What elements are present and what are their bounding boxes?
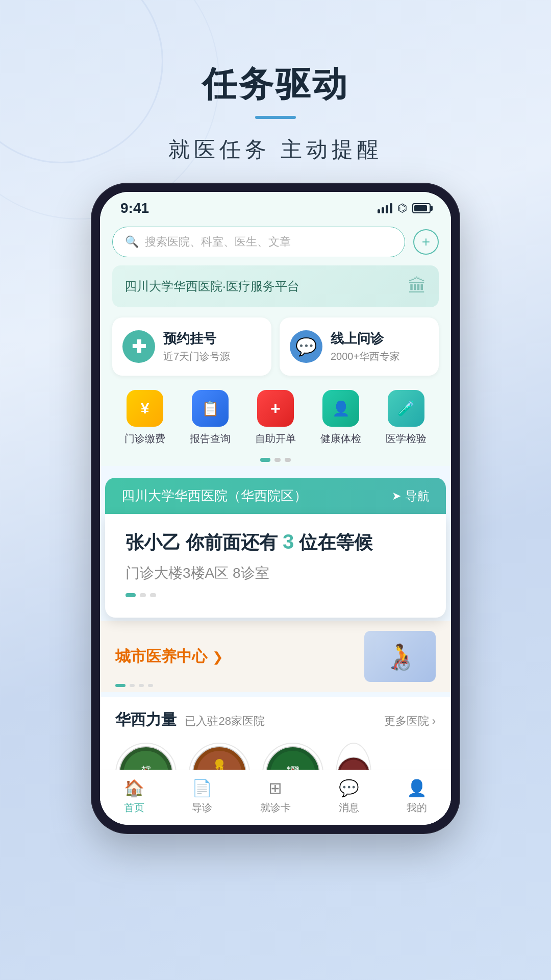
- service-item-report[interactable]: 📋 报告查询: [190, 390, 231, 446]
- appointment-icon: ✚: [122, 330, 155, 363]
- dots-indicator: [112, 454, 439, 466]
- task-nav-button[interactable]: ➤ 导航: [392, 488, 430, 504]
- search-icon: 🔍: [125, 235, 139, 249]
- service-label-checkup: 健康体检: [320, 432, 361, 446]
- city-medical-text: 城市医养中心 ❯: [115, 646, 223, 667]
- task-card-body: 张小乙 你前面还有 3 位在等候 门诊大楼3楼A区 8诊室: [105, 514, 446, 618]
- quick-actions-grid: ✚ 预约挂号 近7天门诊号源 💬 线上问诊 2000+华西: [112, 317, 439, 376]
- action-title-consultation: 线上问诊: [331, 330, 400, 348]
- task-notification-card: 四川大学华西医院（华西院区） ➤ 导航 张小乙 你前面还有 3 位在等候 门诊大…: [100, 478, 451, 618]
- status-bar: 9:41 ⌬: [100, 192, 451, 220]
- action-title-appointment: 预约挂号: [163, 330, 230, 348]
- action-card-text: 预约挂号 近7天门诊号源: [163, 330, 230, 363]
- guide-label: 导诊: [192, 801, 212, 815]
- hospital-section-title-group: 华西力量 已入驻28家医院: [115, 709, 265, 730]
- app-content: 🔍 搜索医院、科室、医生、文章 + 四川大学华西医院·医疗服务平台 🏛 ✚: [100, 220, 451, 466]
- task-hospital-name: 四川大学华西医院（华西院区）: [121, 487, 307, 505]
- hospital-section-title: 华西力量: [115, 711, 177, 728]
- city-dot-active: [115, 684, 126, 687]
- message-icon: 💬: [339, 778, 359, 798]
- hospital-banner[interactable]: 四川大学华西医院·医疗服务平台 🏛: [112, 265, 439, 307]
- task-dot-3: [150, 593, 156, 597]
- home-icon: 🏠: [124, 778, 144, 798]
- nav-item-card[interactable]: ⊞ 就诊卡: [260, 778, 291, 815]
- dot-3: [285, 458, 291, 462]
- phone-mockup: 9:41 ⌬: [92, 184, 459, 833]
- search-input-container[interactable]: 🔍 搜索医院、科室、医生、文章: [112, 227, 405, 257]
- action-sub-appointment: 近7天门诊号源: [163, 350, 230, 363]
- payment-icon: ¥: [127, 390, 163, 427]
- task-card-header: 四川大学华西医院（华西院区） ➤ 导航: [105, 478, 446, 514]
- status-icons: ⌬: [378, 202, 431, 215]
- task-location: 门诊大楼3楼A区 8诊室: [126, 564, 425, 583]
- navigation-icon: ➤: [392, 489, 401, 503]
- service-item-checkup[interactable]: 👤 健康体检: [320, 390, 361, 446]
- patient-name: 张小乙: [126, 532, 181, 553]
- service-icons-row: ¥ 门诊缴费 📋 报告查询 + 自助开单: [112, 386, 439, 454]
- status-time: 9:41: [120, 200, 149, 216]
- bottom-nav-items: 🏠 首页 📄 导诊 ⊞ 就诊卡 💬 消息: [100, 770, 451, 825]
- profile-icon: 👤: [407, 778, 427, 798]
- profile-label: 我的: [407, 801, 427, 815]
- battery-fill: [414, 205, 427, 211]
- city-dot-4: [148, 684, 153, 687]
- hospital-list-header: 华西力量 已入驻28家医院 更多医院 ›: [115, 709, 436, 730]
- search-bar: 🔍 搜索医院、科室、医生、文章 +: [112, 220, 439, 265]
- navigation-label: 导航: [405, 488, 430, 504]
- service-item-payment[interactable]: ¥ 门诊缴费: [124, 390, 165, 446]
- city-dot-3: [139, 684, 144, 687]
- service-label-selforder: 自助开单: [255, 432, 296, 446]
- task-dot-active: [126, 593, 136, 597]
- city-medical-dots: [115, 684, 153, 687]
- city-medical-image: 🧑‍🦽: [364, 631, 436, 682]
- report-icon: 📋: [192, 390, 229, 427]
- service-item-lab[interactable]: 🧪 医学检验: [386, 390, 427, 446]
- hospital-building-icon: 🏛: [408, 276, 427, 297]
- svg-point-9: [215, 759, 223, 767]
- city-medical-arrow: ❯: [212, 649, 223, 665]
- city-medical-title: 城市医养中心: [115, 648, 207, 665]
- selforder-icon: +: [257, 390, 294, 427]
- guide-icon: 📄: [192, 778, 212, 798]
- action-card-appointment[interactable]: ✚ 预约挂号 近7天门诊号源: [112, 317, 271, 376]
- service-label-payment: 门诊缴费: [124, 432, 165, 446]
- search-placeholder-text: 搜索医院、科室、医生、文章: [145, 234, 291, 250]
- phone-frame: 9:41 ⌬: [92, 184, 459, 833]
- task-dot-2: [140, 593, 146, 597]
- title-underline: [255, 116, 296, 119]
- waiting-count: 3: [283, 530, 294, 553]
- nav-item-guide[interactable]: 📄 导诊: [192, 778, 212, 815]
- signal-icon: [378, 203, 392, 213]
- lab-icon: 🧪: [388, 390, 424, 427]
- service-label-report: 报告查询: [190, 432, 231, 446]
- waiting-before-text: 你前面还有: [186, 532, 278, 553]
- waiting-suffix: 位在等候: [299, 532, 372, 553]
- card-label: 就诊卡: [260, 801, 291, 815]
- hospital-name: 四川大学华西医院·医疗服务平台: [124, 278, 299, 295]
- task-dots: [126, 593, 425, 597]
- city-dot-2: [130, 684, 135, 687]
- nav-item-home[interactable]: 🏠 首页: [124, 778, 144, 815]
- add-button[interactable]: +: [413, 229, 439, 255]
- service-label-lab: 医学检验: [386, 432, 427, 446]
- hospital-count-label: 已入驻28家医院: [185, 715, 264, 727]
- bottom-navigation: 🏠 首页 📄 导诊 ⊞ 就诊卡 💬 消息: [100, 770, 451, 825]
- consultation-icon: 💬: [290, 330, 322, 363]
- dot-2: [274, 458, 281, 462]
- battery-icon: [412, 203, 431, 213]
- action-card-text-2: 线上问诊 2000+华西专家: [331, 330, 400, 363]
- phone-screen: 9:41 ⌬: [100, 192, 451, 825]
- dot-1: [260, 458, 270, 462]
- card-icon: ⊞: [268, 778, 282, 798]
- wifi-icon: ⌬: [397, 202, 407, 215]
- message-label: 消息: [339, 801, 359, 815]
- nav-item-message[interactable]: 💬 消息: [339, 778, 359, 815]
- service-item-selforder[interactable]: + 自助开单: [255, 390, 296, 446]
- action-sub-consultation: 2000+华西专家: [331, 350, 400, 363]
- nav-item-profile[interactable]: 👤 我的: [407, 778, 427, 815]
- more-hospitals-link[interactable]: 更多医院 ›: [384, 714, 436, 729]
- home-label: 首页: [124, 801, 144, 815]
- action-card-consultation[interactable]: 💬 线上问诊 2000+华西专家: [280, 317, 439, 376]
- checkup-icon: 👤: [322, 390, 359, 427]
- city-medical-banner[interactable]: 城市医养中心 ❯ 🧑‍🦽: [100, 621, 451, 692]
